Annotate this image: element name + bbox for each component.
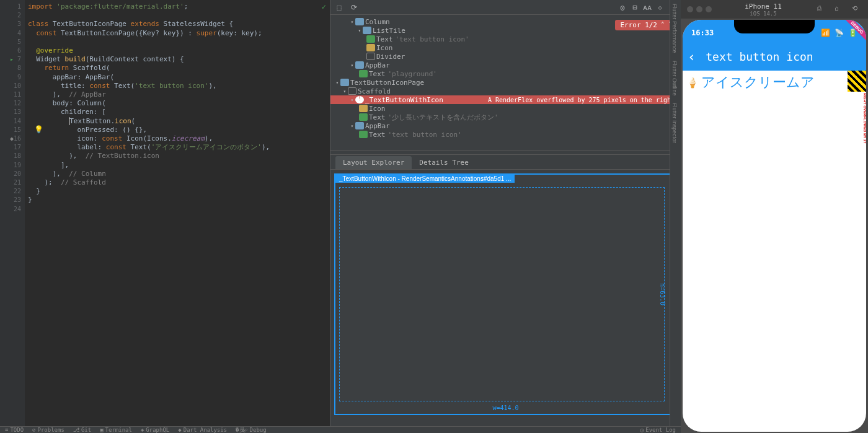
error-icon: ! (355, 96, 364, 103)
overflow-indicator (848, 71, 866, 92)
inspector-pane: ⬚ ⟳ ◎ ⊟ ᴀᴀ ⟐ ▤ Error 1/2˄˅ ▾Column ▾List… (330, 0, 681, 426)
home-icon[interactable]: ⌂ (835, 4, 844, 14)
run-gutter-icon[interactable]: ▸ (10, 56, 14, 63)
widget-icon (340, 79, 349, 86)
tree-scrollbar[interactable] (330, 150, 681, 155)
text-icon (359, 113, 368, 121)
screenshot-icon[interactable]: ⎙ (817, 4, 827, 14)
back-icon[interactable]: ‹ (688, 49, 696, 64)
rotate-icon[interactable]: ⟲ (852, 4, 862, 14)
select-widget-icon[interactable]: ⬚ (334, 2, 344, 12)
tree-error-row[interactable]: ▾!_TextButtonWithIconA RenderFlex overfl… (330, 95, 681, 104)
text-button-icon[interactable]: 🍦 アイスクリームア (683, 71, 866, 94)
tool-icon-4[interactable]: ⟐ (655, 2, 665, 12)
bb-event-log[interactable]: ◷ Event Log (640, 427, 676, 433)
bb-debug[interactable]: �员ྮ Debug (236, 426, 267, 434)
ide-bottom-bar: ≡ TODO ⊘ Problems ⎇ Git ▣ Terminal ◈ Gra… (0, 426, 681, 433)
debug-banner (835, 20, 866, 51)
code-area[interactable]: import 'package:flutter/material.dart'; … (28, 2, 270, 205)
text-icon (359, 131, 368, 138)
tool-icon-1[interactable]: ◎ (618, 2, 627, 12)
divider-icon (366, 53, 375, 60)
chevron-down-icon[interactable]: ▾ (349, 123, 355, 129)
widget-icon (363, 27, 371, 34)
simulator-pane: iPhone 11 iOS 14.5 ⎙ ⌂ ⟲ 16:33 📶 📡 🔋 ‹ t… (681, 0, 868, 433)
tab-details-tree[interactable]: Details Tree (412, 156, 476, 169)
text-icon (359, 70, 368, 77)
phone-notch (734, 20, 815, 33)
tab-layout-explorer[interactable]: Layout Explorer (335, 156, 412, 169)
icon-icon (359, 105, 368, 112)
widget-icon (355, 61, 364, 69)
line-gutter: 123456789101112131415161718192021222324 (0, 0, 25, 426)
layout-title: _TextButtonWithIcon - RenderSemanticsAnn… (335, 175, 515, 183)
widget-icon (355, 18, 364, 25)
overflow-label: RIGHT OVERFLOWED BY 27 (863, 93, 866, 144)
chevron-down-icon[interactable]: ▾ (334, 80, 340, 85)
chevron-down-icon[interactable]: ▾ (356, 28, 363, 33)
app-body: 🍦 アイスクリームア RIGHT OVERFLOWED BY 27 (683, 71, 866, 418)
bb-dart-analysis[interactable]: ◆ Dart Analysis (178, 427, 227, 433)
right-tool-rail: Flutter Performance Flutter Outline Flut… (670, 0, 681, 426)
device-os: iOS 14.5 (717, 11, 810, 17)
simulator-titlebar: iPhone 11 iOS 14.5 ⎙ ⌂ ⟲ (681, 0, 868, 19)
chevron-down-icon[interactable]: ▾ (349, 19, 355, 25)
inspector-toolbar: ⬚ ⟳ ◎ ⊟ ᴀᴀ ⟐ ▤ (330, 0, 681, 15)
status-time: 16:33 (691, 28, 714, 37)
tool-icon-3[interactable]: ᴀᴀ (642, 2, 652, 12)
scaffold-icon (348, 87, 356, 95)
bb-terminal[interactable]: ▣ Terminal (100, 427, 132, 433)
bb-graphql[interactable]: ◈ GraphQL (141, 427, 169, 433)
layout-height: h=63.0 (658, 283, 665, 305)
icecream-icon: 🍦 (686, 77, 699, 89)
inspector-tabs: Layout Explorer Details Tree (330, 155, 681, 170)
device-name: iPhone 11 (717, 2, 810, 11)
text-icon (366, 35, 375, 43)
widget-tree[interactable]: ▾Column ▾ListTile Text'text button icon'… (330, 15, 681, 150)
rail-flutter-performance[interactable]: Flutter Performance (670, 0, 679, 57)
phone-frame: 16:33 📶 📡 🔋 ‹ text button icon 🍦 アイスクリーム… (683, 20, 866, 432)
layout-box (339, 187, 665, 401)
chevron-down-icon[interactable]: ▾ (342, 89, 348, 94)
gutter-marker-icon: ◆ (10, 135, 14, 142)
bb-git[interactable]: ⎇ Git (73, 427, 91, 433)
layout-width: w=414.0 (492, 405, 518, 411)
code-editor-pane: 123456789101112131415161718192021222324 … (0, 0, 330, 426)
widget-icon (355, 122, 364, 129)
button-label: アイスクリームア (701, 73, 815, 92)
tool-icon-2[interactable]: ⊟ (630, 2, 640, 12)
analysis-ok-icon: ✓ (322, 2, 326, 11)
app-bar-title: text button icon (706, 50, 813, 63)
bb-problems[interactable]: ⊘ Problems (32, 427, 64, 433)
bb-todo[interactable]: ≡ TODO (5, 427, 24, 433)
icon-icon (366, 44, 375, 51)
refresh-icon[interactable]: ⟳ (349, 2, 359, 12)
window-controls[interactable] (687, 6, 712, 12)
layout-explorer[interactable]: _TextButtonWithIcon - RenderSemanticsAnn… (330, 170, 681, 426)
rail-flutter-outline[interactable]: Flutter Outline (670, 57, 679, 100)
rail-flutter-inspector[interactable]: Flutter Inspector (670, 99, 679, 147)
chevron-down-icon[interactable]: ▾ (349, 63, 355, 68)
